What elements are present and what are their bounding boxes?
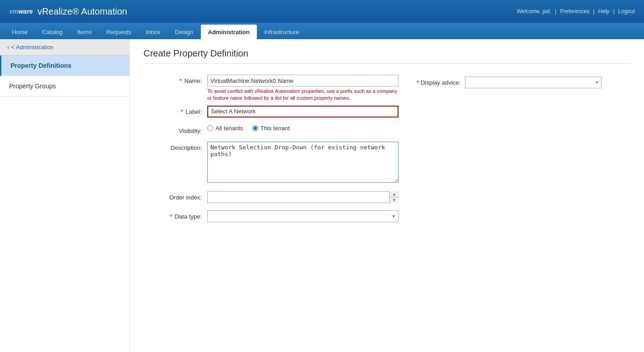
- tab-design[interactable]: Design: [168, 25, 200, 39]
- sidebar-item-property-groups[interactable]: Property Groups: [0, 76, 129, 97]
- form-visibility-row: Visibility: All tenants This tenant: [143, 125, 630, 134]
- form-name-row: * Name: To avoid conflict with vRealize …: [143, 75, 630, 102]
- tab-catalog[interactable]: Catalog: [35, 25, 70, 39]
- form-label-row: * Label:: [143, 106, 630, 117]
- app-title: vRealize® Automation: [37, 6, 127, 17]
- display-advice-select-wrapper: [465, 77, 602, 88]
- tab-inbox[interactable]: Inbox: [138, 25, 168, 39]
- tab-infrastructure[interactable]: Infrastructure: [257, 25, 307, 39]
- visibility-all-tenants[interactable]: All tenants: [207, 125, 243, 132]
- name-input[interactable]: [207, 75, 399, 87]
- visibility-all-tenants-radio[interactable]: [207, 125, 213, 131]
- form-order-index-row: Order index: ▲ ▼: [143, 191, 630, 203]
- preferences-link[interactable]: Preferences: [560, 8, 590, 15]
- ware-text: ware: [18, 8, 33, 15]
- tab-items[interactable]: Items: [70, 25, 99, 39]
- sidebar-item-property-definitions[interactable]: Property Definitions: [0, 56, 129, 76]
- display-advice-select[interactable]: [465, 77, 602, 88]
- visibility-this-tenant[interactable]: This tenant: [252, 125, 290, 132]
- visibility-this-tenant-radio[interactable]: [252, 125, 258, 131]
- data-type-select-wrapper: [207, 210, 399, 222]
- order-index-label: Order index:: [143, 191, 207, 201]
- visibility-options: All tenants This tenant: [207, 125, 399, 132]
- sidebar: ‹ < Administration Property Definitions …: [0, 39, 130, 352]
- label-field: [207, 106, 399, 117]
- main-layout: ‹ < Administration Property Definitions …: [0, 39, 644, 352]
- header-right: Welcome, jad. | Preferences | Help | Log…: [517, 8, 635, 15]
- visibility-this-tenant-label: This tenant: [261, 125, 290, 132]
- order-index-input[interactable]: [207, 191, 399, 203]
- display-advice-area: * Display advice:: [408, 75, 630, 88]
- data-type-label: * Data type:: [143, 210, 207, 220]
- visibility-all-tenants-label: All tenants: [215, 125, 243, 132]
- label-input[interactable]: [207, 106, 399, 117]
- data-type-field: [207, 210, 399, 222]
- display-advice-label: * Display advice:: [417, 79, 460, 86]
- order-index-spinner: ▲ ▼: [207, 191, 399, 203]
- data-type-select[interactable]: [207, 210, 399, 222]
- logout-link[interactable]: Logout: [618, 8, 635, 15]
- tab-administration[interactable]: Administration: [201, 25, 257, 39]
- description-field: Network Selection Drop-Down (for existin…: [207, 142, 399, 184]
- vm-text: vm: [9, 8, 18, 15]
- sidebar-item-label: Property Groups: [9, 82, 56, 90]
- sidebar-back-button[interactable]: ‹ < Administration: [0, 39, 129, 56]
- spinner-buttons: ▲ ▼: [389, 191, 399, 203]
- main-content: Create Property Definition * Name: To av…: [130, 39, 644, 352]
- description-label: Description:: [143, 142, 207, 151]
- label-label: * Label:: [143, 106, 207, 115]
- description-textarea[interactable]: Network Selection Drop-Down (for existin…: [207, 142, 399, 183]
- order-index-field: ▲ ▼: [207, 191, 399, 203]
- nav-tabs: Home Catalog Items Requests Inbox Design…: [0, 23, 644, 39]
- tab-home[interactable]: Home: [5, 25, 35, 39]
- name-hint: To avoid conflict with vRealize Automati…: [207, 88, 399, 102]
- form-description-row: Description: Network Selection Drop-Down…: [143, 142, 630, 184]
- welcome-text: Welcome, jad.: [517, 8, 552, 15]
- logo: vmware vRealize® Automation: [9, 6, 127, 17]
- visibility-field: All tenants This tenant: [207, 125, 399, 132]
- sidebar-item-label: Property Definitions: [10, 62, 72, 69]
- spinner-up-button[interactable]: ▲: [390, 191, 399, 197]
- form-name-left: * Name: To avoid conflict with vRealize …: [143, 75, 408, 102]
- sidebar-back-label: < Administration: [11, 44, 53, 51]
- name-field: To avoid conflict with vRealize Automati…: [207, 75, 399, 102]
- help-link[interactable]: Help: [598, 8, 609, 15]
- vmware-wordmark: vmware: [9, 8, 33, 15]
- visibility-label: Visibility:: [143, 125, 207, 134]
- spacer: [143, 230, 630, 348]
- tab-requests[interactable]: Requests: [99, 25, 138, 39]
- name-label: * Name:: [143, 75, 207, 84]
- form-data-type-row: * Data type:: [143, 210, 630, 222]
- back-icon: ‹: [7, 44, 9, 51]
- page-title: Create Property Definition: [143, 48, 630, 64]
- header: vmware vRealize® Automation Welcome, jad…: [0, 0, 644, 23]
- spinner-down-button[interactable]: ▼: [390, 197, 399, 203]
